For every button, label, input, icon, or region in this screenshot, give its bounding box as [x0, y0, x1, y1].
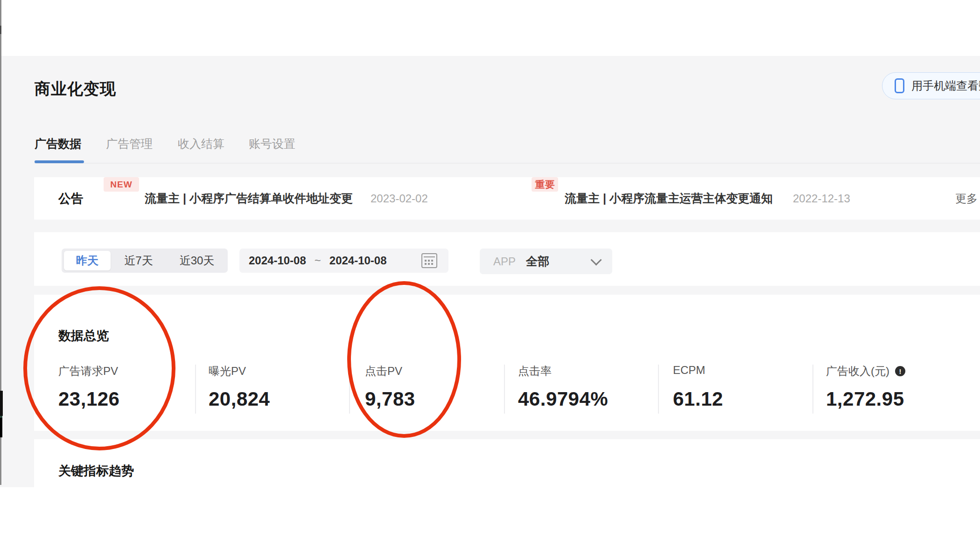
metric-label-ecpm: ECPM	[673, 364, 705, 377]
metric-label-ad-request-pv: 广告请求PV	[58, 364, 118, 379]
metric-label-ad-revenue: 广告收入(元) !	[826, 364, 905, 379]
announcement-more-link[interactable]: 更多	[955, 191, 978, 206]
tab-ad-management[interactable]: 广告管理	[106, 136, 153, 152]
left-edge-dot	[0, 26, 1, 34]
metric-divider	[195, 365, 196, 414]
trend-section-title: 关键指标趋势	[58, 463, 134, 479]
important-badge: 重要	[532, 177, 558, 192]
page-title: 商业化变现	[35, 78, 116, 100]
tab-account-settings[interactable]: 账号设置	[249, 136, 295, 152]
app-filter-select[interactable]: APP 全部	[480, 249, 612, 274]
app-filter-value: 全部	[526, 254, 549, 269]
app-window: 商业化变现 用手机端查看数 广告数据 广告管理 收入结算 账号设置 公告 NEW…	[0, 0, 980, 539]
filter-bar: 昨天 近7天 近30天 2024-10-08 ~ 2024-10-08 APP …	[34, 232, 980, 286]
metric-value-ctr: 46.9794%	[518, 388, 608, 410]
view-on-phone-button[interactable]: 用手机端查看数	[882, 72, 980, 99]
range-7days-option[interactable]: 近7天	[111, 249, 167, 273]
new-badge: NEW	[104, 177, 139, 192]
announcement-bar: 公告 NEW 流量主 | 小程序广告结算单收件地址变更 2023-02-02 重…	[34, 177, 980, 220]
date-range-picker[interactable]: 2024-10-08 ~ 2024-10-08	[239, 249, 448, 273]
active-tab-underline	[35, 160, 84, 163]
date-range-separator: ~	[315, 254, 321, 267]
metric-value-ad-request-pv: 23,126	[58, 388, 119, 410]
announcement-link[interactable]: 流量主 | 小程序广告结算单收件地址变更	[145, 191, 353, 206]
chevron-down-icon	[590, 254, 602, 265]
range-30days-option[interactable]: 近30天	[169, 249, 225, 273]
metric-value-ecpm: 61.12	[673, 388, 723, 410]
metric-value-impression-pv: 20,824	[209, 388, 270, 410]
metric-value-ad-revenue: 1,272.95	[826, 388, 904, 410]
overview-section-title: 数据总览	[58, 327, 109, 344]
metric-divider	[812, 365, 813, 414]
announcement-title: 公告	[58, 190, 84, 207]
calendar-icon[interactable]	[421, 253, 437, 268]
tabs-divider	[35, 163, 980, 164]
metric-label-ctr: 点击率	[518, 364, 552, 379]
metric-label-ad-revenue-text: 广告收入(元)	[826, 364, 889, 379]
date-end-value[interactable]: 2024-10-08	[329, 254, 387, 267]
announcement-date: 2022-12-13	[793, 192, 850, 205]
metric-divider	[504, 365, 505, 414]
key-metrics-trend-card: 关键指标趋势	[34, 439, 980, 539]
metric-label-click-pv: 点击PV	[365, 364, 402, 379]
data-overview-card: 数据总览 广告请求PV 23,126 曝光PV 20,824 点击PV 9,78…	[34, 295, 980, 431]
tab-revenue-settlement[interactable]: 收入结算	[178, 136, 224, 152]
app-filter-label: APP	[493, 255, 516, 268]
phone-icon	[895, 78, 904, 93]
metric-value-click-pv: 9,783	[365, 388, 415, 410]
quick-range-segmented-control: 昨天 近7天 近30天	[62, 249, 228, 273]
metric-label-impression-pv: 曝光PV	[209, 364, 246, 379]
date-start-value[interactable]: 2024-10-08	[249, 254, 306, 267]
announcement-date: 2023-02-02	[371, 192, 428, 205]
announcement-link[interactable]: 流量主 | 小程序流量主运营主体变更通知	[565, 191, 773, 206]
tab-ad-data[interactable]: 广告数据	[35, 136, 81, 152]
metric-divider	[349, 365, 350, 414]
info-icon[interactable]: !	[895, 366, 905, 376]
range-yesterday-option[interactable]: 昨天	[64, 251, 111, 270]
left-edge-black-mark	[0, 418, 2, 437]
left-edge-black-mark	[0, 391, 3, 416]
view-on-phone-label: 用手机端查看数	[911, 78, 980, 93]
metric-divider	[658, 365, 659, 414]
